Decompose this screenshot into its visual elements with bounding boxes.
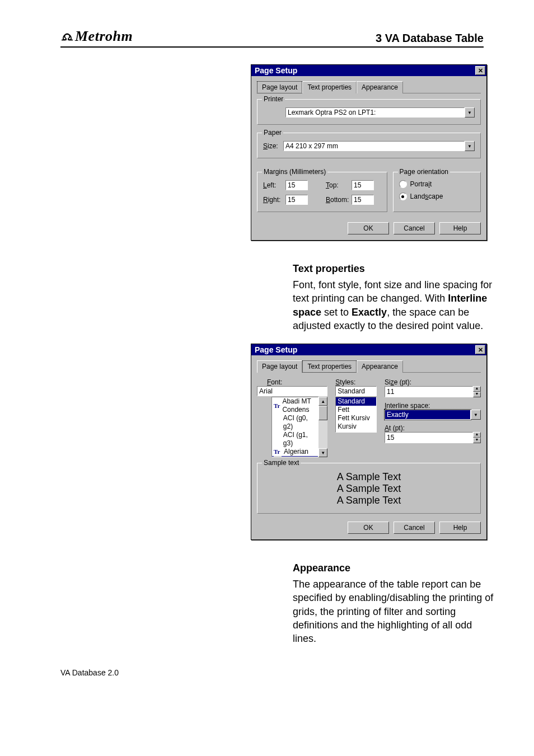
tab-appearance[interactable]: Appearance bbox=[357, 81, 403, 93]
scroll-down-icon[interactable]: ▼ bbox=[318, 448, 327, 457]
spin-up-icon: ▲ bbox=[473, 386, 481, 392]
dropdown-icon[interactable]: ▼ bbox=[465, 107, 475, 118]
tab-text-properties[interactable]: Text properties bbox=[302, 81, 357, 93]
help-button[interactable]: Help bbox=[439, 522, 481, 534]
section-title: 3 VA Database Table bbox=[376, 32, 484, 45]
tabs: Page layout Text properties Appearance bbox=[257, 81, 481, 93]
spin-down-icon: ▼ bbox=[473, 392, 481, 397]
ok-button[interactable]: OK bbox=[348, 522, 389, 534]
tab-text-properties[interactable]: Text properties bbox=[302, 360, 357, 373]
close-icon[interactable]: ✕ bbox=[475, 66, 485, 75]
brand-logo: Metrohm bbox=[60, 28, 133, 45]
cancel-button[interactable]: Cancel bbox=[394, 222, 435, 234]
printer-group: Printer Lexmark Optra PS2 on LPT1: ▼ bbox=[257, 99, 481, 125]
page-header: Metrohm 3 VA Database Table bbox=[60, 28, 484, 48]
cancel-button[interactable]: Cancel bbox=[394, 522, 435, 534]
page-setup-dialog-2: Page Setup ✕ Page layout Text properties… bbox=[251, 344, 487, 540]
brand-name: Metrohm bbox=[75, 28, 133, 45]
help-button[interactable]: Help bbox=[439, 222, 481, 234]
dropdown-icon[interactable]: ▼ bbox=[465, 141, 475, 151]
margin-left-input[interactable] bbox=[285, 180, 308, 190]
margins-group: Margins (Millimeters) Left: Top: Right: … bbox=[257, 172, 387, 212]
truetype-icon: Tr bbox=[274, 402, 280, 410]
close-icon[interactable]: ✕ bbox=[475, 345, 485, 354]
page-footer: VA Database 2.0 bbox=[60, 668, 484, 677]
sample-text-line: A Sample Text bbox=[263, 471, 475, 483]
page-setup-dialog-1: Page Setup ✕ Page layout Text properties… bbox=[251, 64, 487, 241]
truetype-icon: Tr bbox=[274, 456, 282, 457]
orientation-group: Page orientation Portrait Landscape bbox=[393, 172, 481, 212]
paper-size-select[interactable]: A4 210 x 297 mm bbox=[283, 141, 465, 151]
radio-landscape[interactable]: Landscape bbox=[399, 192, 443, 200]
radio-portrait[interactable]: Portrait bbox=[399, 180, 432, 188]
interline-select[interactable]: Exactly bbox=[385, 410, 471, 420]
tab-appearance[interactable]: Appearance bbox=[357, 360, 403, 373]
margin-right-input[interactable] bbox=[285, 195, 308, 205]
size-spinner[interactable]: ▲ ▼ bbox=[473, 386, 481, 397]
sample-text-group: Sample text A Sample Text A Sample Text … bbox=[257, 463, 481, 514]
styles-input[interactable] bbox=[335, 386, 377, 396]
margin-bottom-input[interactable] bbox=[352, 195, 374, 205]
dropdown-icon[interactable]: ▼ bbox=[471, 410, 481, 420]
font-input[interactable] bbox=[257, 386, 327, 396]
scrollbar[interactable]: ▲ ▼ bbox=[318, 397, 327, 457]
titlebar[interactable]: Page Setup ✕ bbox=[251, 65, 486, 76]
at-input[interactable] bbox=[385, 432, 473, 443]
tabs: Page layout Text properties Appearance bbox=[257, 360, 481, 373]
paragraph-appearance: The appearance of the table report can b… bbox=[293, 577, 494, 645]
omega-icon bbox=[60, 28, 74, 45]
tab-page-layout[interactable]: Page layout bbox=[257, 81, 302, 93]
truetype-icon: Tr bbox=[274, 448, 282, 456]
paper-group: Paper Size: A4 210 x 297 mm ▼ bbox=[257, 133, 481, 158]
titlebar[interactable]: Page Setup ✕ bbox=[251, 344, 486, 355]
margin-top-input[interactable] bbox=[352, 180, 374, 190]
font-listbox[interactable]: TrAbadi MT Condens TrACI (g0, g2) TrACI … bbox=[271, 397, 318, 457]
styles-listbox[interactable]: Standard Fett Fett Kursiv Kursiv bbox=[335, 397, 377, 433]
paragraph-text-properties: Font, font style, font size and line spa… bbox=[293, 278, 494, 332]
spin-down-icon: ▼ bbox=[473, 438, 481, 443]
dialog-title: Page Setup bbox=[255, 345, 297, 354]
size-input[interactable] bbox=[385, 386, 473, 397]
appearance-heading: Appearance bbox=[293, 562, 484, 574]
text-properties-heading: Text properties bbox=[293, 263, 484, 275]
tab-page-layout[interactable]: Page layout bbox=[257, 360, 302, 373]
ok-button[interactable]: OK bbox=[348, 222, 389, 234]
at-spinner[interactable]: ▲ ▼ bbox=[473, 432, 481, 443]
scroll-thumb[interactable] bbox=[318, 406, 327, 420]
printer-select[interactable]: Lexmark Optra PS2 on LPT1: bbox=[285, 107, 465, 118]
spin-up-icon: ▲ bbox=[473, 432, 481, 438]
dialog-title: Page Setup bbox=[255, 66, 297, 75]
scroll-up-icon[interactable]: ▲ bbox=[318, 397, 327, 406]
